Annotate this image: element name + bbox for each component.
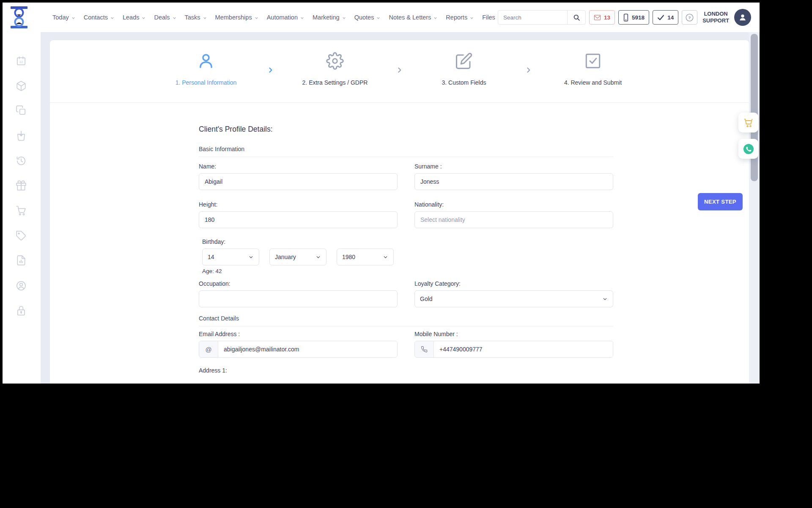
nav-label: Contacts: [84, 14, 108, 21]
lock-icon: [16, 305, 27, 316]
sidebar-item-gifts[interactable]: [16, 180, 27, 192]
user-circle-icon: [16, 280, 27, 291]
help-icon: ?: [685, 13, 694, 22]
wizard-step-review-submit[interactable]: 4. Review and Submit: [543, 52, 643, 86]
content-panel: 1. Personal Information 2. Extra Setting…: [50, 40, 749, 384]
messages-badge-button[interactable]: 13: [589, 10, 615, 25]
search-input[interactable]: [498, 11, 567, 24]
nav-item-quotes[interactable]: Quotes: [354, 14, 381, 21]
birthday-year-value: 1980: [342, 254, 355, 260]
sidebar-item-orders[interactable]: [16, 130, 27, 142]
user-avatar[interactable]: [734, 9, 751, 26]
calendar-icon: 12: [16, 55, 27, 66]
scrollbar-track[interactable]: [749, 32, 760, 384]
height-input[interactable]: [199, 211, 398, 228]
calls-badge-button[interactable]: 5918: [618, 10, 649, 25]
floating-whatsapp-button[interactable]: [738, 139, 758, 159]
mobile-phone-icon: [623, 14, 629, 22]
form-row-height-nationality: Height: Nationality:: [199, 201, 613, 228]
chevron-down-icon: [342, 16, 346, 20]
chevron-right-icon: [396, 66, 403, 74]
section-divider: [199, 157, 613, 157]
tasks-count: 14: [667, 14, 674, 21]
gift-icon: [16, 180, 27, 191]
wizard-step-custom-fields[interactable]: 3. Custom Fields: [414, 52, 514, 86]
nav-label: Deals: [154, 14, 170, 21]
nav-item-contacts[interactable]: Contacts: [84, 14, 115, 21]
wizard-step-extra-settings[interactable]: 2. Extra Settings / GDPR: [285, 52, 385, 86]
sidebar-item-history[interactable]: [16, 155, 27, 167]
birthday-day-select[interactable]: 14: [202, 248, 259, 265]
nav-item-today[interactable]: Today: [52, 14, 76, 21]
surname-label: Surname :: [414, 163, 613, 170]
wizard-step-label: 3. Custom Fields: [442, 79, 486, 86]
birthday-year-select[interactable]: 1980: [337, 248, 394, 265]
loyalty-category-select[interactable]: Gold: [414, 290, 613, 307]
chevron-down-icon: [315, 254, 321, 260]
nav-label: Memberships: [215, 14, 252, 21]
section-basic-information: Basic Information: [199, 146, 613, 152]
nav-label: Automation: [267, 14, 298, 21]
check-square-icon: [584, 52, 602, 72]
email-input[interactable]: [218, 341, 397, 357]
main-menu: Today Contacts Leads Deals Tasks Members…: [52, 3, 495, 32]
left-sidebar: 12: [3, 32, 41, 384]
app-logo[interactable]: [8, 6, 30, 31]
svg-text:12: 12: [19, 60, 23, 64]
name-input[interactable]: [199, 173, 398, 190]
messages-count: 13: [604, 14, 610, 21]
sidebar-item-cart[interactable]: [16, 205, 27, 217]
scrollbar-thumb[interactable]: [751, 34, 758, 181]
tasks-badge-button[interactable]: 14: [653, 10, 678, 25]
nav-item-memberships[interactable]: Memberships: [215, 14, 259, 21]
age-text: Age: 42: [202, 268, 398, 274]
mobile-input[interactable]: [434, 341, 613, 357]
bag-receive-icon: [16, 130, 27, 141]
nav-item-deals[interactable]: Deals: [154, 14, 176, 21]
next-step-button[interactable]: NEXT STEP: [698, 193, 743, 210]
support-line2: SUPPORT: [702, 17, 729, 24]
nav-item-automation[interactable]: Automation: [267, 14, 304, 21]
search-box: [498, 10, 586, 25]
chevron-down-icon: [602, 296, 608, 302]
chevron-right-icon: [525, 66, 532, 74]
wizard-step-personal-information[interactable]: 1. Personal Information: [156, 52, 256, 86]
form-row-email-mobile: Email Address : @ Mobile Number :: [199, 331, 613, 358]
birthday-day-value: 14: [208, 254, 214, 260]
chevron-down-icon: [254, 16, 259, 20]
sidebar-item-duplicates[interactable]: [16, 105, 27, 117]
chevron-right-icon: [267, 66, 274, 74]
form-row-name-surname: Name: Surname :: [199, 163, 613, 190]
surname-input[interactable]: [414, 173, 613, 190]
nav-label: Quotes: [354, 14, 374, 21]
sidebar-item-calendar[interactable]: 12: [16, 55, 27, 67]
sidebar-item-security[interactable]: [16, 305, 27, 317]
birthday-month-select[interactable]: January: [269, 248, 326, 265]
email-label: Email Address :: [199, 331, 398, 337]
sidebar-item-account[interactable]: [16, 280, 27, 292]
search-button[interactable]: [567, 11, 585, 24]
nav-item-leads[interactable]: Leads: [123, 14, 146, 21]
nationality-input[interactable]: [414, 211, 613, 228]
mobile-input-group: [414, 341, 613, 358]
floating-cart-button[interactable]: [738, 113, 758, 133]
chevron-down-icon: [300, 16, 304, 20]
chevron-down-icon: [376, 16, 381, 20]
chevron-down-icon: [141, 16, 146, 20]
chevron-down-icon: [71, 16, 76, 20]
birthday-selects: 14 January 1980: [202, 248, 398, 265]
form-row-occupation-loyalty: Occupation: Loyalty Category: Gold: [199, 280, 613, 307]
page-title: Client's Profile Details:: [199, 125, 613, 134]
sidebar-item-reports[interactable]: [16, 255, 27, 267]
help-button[interactable]: ?: [682, 10, 697, 25]
nav-item-marketing[interactable]: Marketing: [313, 14, 346, 21]
nav-item-tasks[interactable]: Tasks: [185, 14, 207, 21]
sidebar-item-promotions[interactable]: [16, 230, 27, 242]
occupation-input[interactable]: [199, 290, 398, 307]
sidebar-item-products[interactable]: [16, 80, 27, 92]
nav-item-notes-letters[interactable]: Notes & Letters: [389, 14, 438, 21]
nav-item-reports[interactable]: Reports: [446, 14, 474, 21]
name-label: Name:: [199, 163, 398, 170]
nav-item-files[interactable]: Files: [482, 14, 495, 21]
at-icon: @: [199, 341, 218, 357]
